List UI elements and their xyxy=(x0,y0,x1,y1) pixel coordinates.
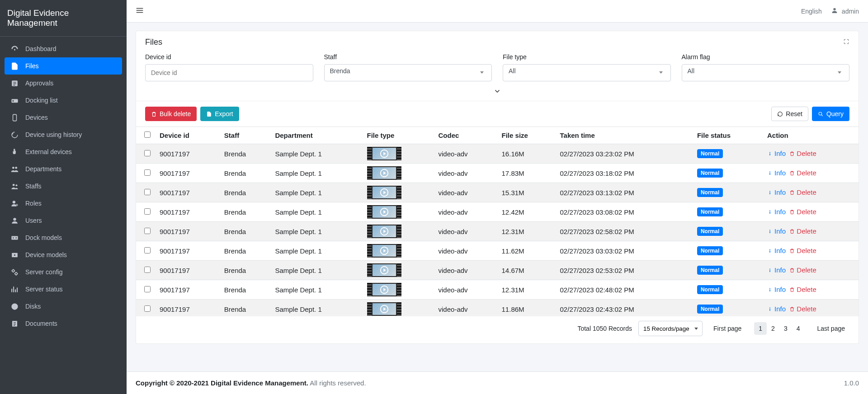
info-link[interactable]: Info xyxy=(767,188,786,196)
video-thumbnail[interactable] xyxy=(367,166,401,180)
sidebar-item-disks[interactable]: Disks xyxy=(5,298,122,315)
sidebar-item-device-using-history[interactable]: Device using history xyxy=(5,126,122,143)
cell-action: Info Delete xyxy=(763,280,859,300)
device-id-input[interactable] xyxy=(145,64,313,81)
col-header: Device id xyxy=(155,127,220,144)
svg-point-21 xyxy=(819,112,822,115)
cell-size: 12.42M xyxy=(497,202,556,222)
sidebar-item-docking-list[interactable]: Docking list xyxy=(5,92,122,109)
video-thumbnail[interactable] xyxy=(367,225,401,238)
sidebar-item-departments[interactable]: Departments xyxy=(5,160,122,178)
video-thumbnail[interactable] xyxy=(367,147,401,160)
cell-file-type xyxy=(363,300,434,317)
sidebar-item-files[interactable]: Files xyxy=(5,57,122,75)
bulk-delete-button[interactable]: Bulk delete xyxy=(145,107,197,121)
cell-department: Sample Dept. 1 xyxy=(270,183,362,202)
cell-status: Normal xyxy=(693,222,763,241)
delete-link[interactable]: Delete xyxy=(789,227,816,235)
svg-rect-3 xyxy=(12,100,13,101)
sidebar-item-device-models[interactable]: Device models xyxy=(5,246,122,263)
status-badge: Normal xyxy=(697,188,723,197)
info-link[interactable]: Info xyxy=(767,247,786,254)
delete-link[interactable]: Delete xyxy=(789,169,816,177)
play-icon xyxy=(379,265,389,275)
sidebar-item-dashboard[interactable]: Dashboard xyxy=(5,40,122,57)
per-page-select[interactable]: 15 Records/page xyxy=(638,321,703,336)
info-link[interactable]: Info xyxy=(767,150,786,157)
video-thumbnail[interactable] xyxy=(367,244,401,258)
delete-link[interactable]: Delete xyxy=(789,208,816,216)
expand-icon[interactable] xyxy=(843,38,849,46)
video-thumbnail[interactable] xyxy=(367,283,401,296)
export-button[interactable]: Export xyxy=(200,107,239,121)
toggle-more-filters[interactable] xyxy=(136,86,859,101)
file-type-select[interactable]: All xyxy=(503,64,671,81)
info-link[interactable]: Info xyxy=(767,286,786,293)
first-page-link[interactable]: First page xyxy=(709,322,746,335)
sidebar-item-dock-models[interactable]: Dock models xyxy=(5,229,122,246)
sidebar-item-server-config[interactable]: Server config xyxy=(5,263,122,281)
cell-size: 14.67M xyxy=(497,261,556,280)
delete-link[interactable]: Delete xyxy=(789,305,816,313)
last-page-link[interactable]: Last page xyxy=(813,322,850,335)
sidebar-item-devices[interactable]: Devices xyxy=(5,109,122,126)
info-icon xyxy=(767,209,773,215)
select-all-checkbox[interactable] xyxy=(144,131,151,138)
info-link[interactable]: Info xyxy=(767,266,786,274)
info-link[interactable]: Info xyxy=(767,169,786,177)
dock-models-icon xyxy=(10,233,19,242)
row-checkbox[interactable] xyxy=(144,169,151,176)
row-checkbox[interactable] xyxy=(144,150,151,156)
delete-link[interactable]: Delete xyxy=(789,266,816,274)
cell-status: Normal xyxy=(693,261,763,280)
info-link[interactable]: Info xyxy=(767,305,786,313)
sidebar-item-roles[interactable]: Roles xyxy=(5,195,122,212)
info-link[interactable]: Info xyxy=(767,208,786,216)
video-thumbnail[interactable] xyxy=(367,263,401,277)
reset-button[interactable]: Reset xyxy=(771,107,808,121)
col-header: File status xyxy=(693,127,763,144)
row-checkbox[interactable] xyxy=(144,305,151,312)
sidebar-item-label: Roles xyxy=(25,200,42,207)
cell-taken: 02/27/2023 02:48:02 PM xyxy=(556,280,693,300)
row-checkbox[interactable] xyxy=(144,208,151,215)
svg-point-35 xyxy=(769,230,770,230)
row-checkbox[interactable] xyxy=(144,228,151,234)
sidebar-item-label: Dashboard xyxy=(25,45,57,52)
delete-link[interactable]: Delete xyxy=(789,150,816,157)
row-checkbox[interactable] xyxy=(144,247,151,253)
delete-link[interactable]: Delete xyxy=(789,188,816,196)
menu-toggle-icon[interactable] xyxy=(136,6,144,16)
page-number[interactable]: 2 xyxy=(767,322,779,335)
user-menu[interactable]: admin xyxy=(831,7,859,15)
page-number[interactable]: 1 xyxy=(754,322,767,335)
sidebar-item-label: Device models xyxy=(25,251,67,258)
row-checkbox[interactable] xyxy=(144,267,151,273)
query-button[interactable]: Query xyxy=(812,107,849,121)
sidebar-item-approvals[interactable]: Approvals xyxy=(5,75,122,92)
video-thumbnail[interactable] xyxy=(367,302,401,316)
video-thumbnail[interactable] xyxy=(367,205,401,219)
page-number[interactable]: 3 xyxy=(779,322,792,335)
sidebar-item-server-status[interactable]: Server status xyxy=(5,281,122,298)
video-thumbnail[interactable] xyxy=(367,186,401,199)
sidebar-item-external-devices[interactable]: External devices xyxy=(5,143,122,160)
col-header: Department xyxy=(270,127,362,144)
delete-link[interactable]: Delete xyxy=(789,286,816,293)
table-row: 90017197BrendaSample Dept. 1video-adv15.… xyxy=(136,183,859,202)
delete-link[interactable]: Delete xyxy=(789,247,816,254)
sidebar-item-users[interactable]: Users xyxy=(5,212,122,229)
info-link[interactable]: Info xyxy=(767,227,786,235)
sidebar-item-label: Server config xyxy=(25,268,62,276)
sidebar-item-staffs[interactable]: Staffs xyxy=(5,178,122,195)
row-checkbox[interactable] xyxy=(144,286,151,292)
alarm-flag-select[interactable]: All xyxy=(682,64,850,81)
sidebar-item-documents[interactable]: Documents xyxy=(5,315,122,332)
language-selector[interactable]: English xyxy=(801,8,822,15)
svg-point-38 xyxy=(769,249,770,250)
table-row: 90017197BrendaSample Dept. 1video-adv16.… xyxy=(136,144,859,164)
staff-select[interactable]: Brenda xyxy=(324,64,492,81)
row-checkbox[interactable] xyxy=(144,189,151,195)
cell-status: Normal xyxy=(693,164,763,183)
page-number[interactable]: 4 xyxy=(792,322,805,335)
